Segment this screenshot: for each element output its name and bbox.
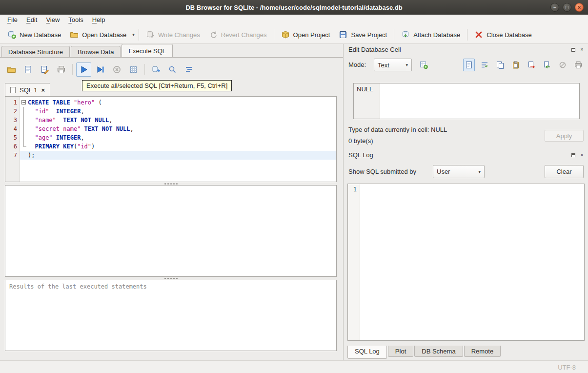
sql-code-editor[interactable]: 1 2 3 4 5 6 7 CREATE TABLE "hero" ( "id"… <box>5 96 337 182</box>
tab-database-structure[interactable]: Database Structure <box>1 46 70 57</box>
print-cell-button[interactable] <box>572 59 584 71</box>
export-cell-button[interactable] <box>526 59 537 71</box>
log-filter-combobox[interactable]: User ▾ <box>433 165 485 178</box>
code-line: "id" INTEGER, <box>20 107 336 116</box>
auto-switch-mode-button[interactable] <box>417 59 430 71</box>
sql-toolbar <box>4 62 197 77</box>
paste-icon[interactable] <box>510 59 522 71</box>
code-line: "secret_name" TEXT NOT NULL, <box>20 124 336 133</box>
close-icon[interactable]: × <box>575 3 584 12</box>
chevron-down-icon: ▾ <box>478 169 481 174</box>
sql-document-tab-bar: SQL 1 × <box>5 83 50 96</box>
fold-margin <box>20 151 28 160</box>
tab-browse-data[interactable]: Browse Data <box>71 46 121 57</box>
sql-document-tab[interactable]: SQL 1 × <box>5 83 50 96</box>
menubar: File Edit View Tools Help <box>0 15 588 26</box>
log-line-number-gutter: 1 <box>348 184 360 340</box>
sql-log-area[interactable]: 1 <box>347 184 585 341</box>
line-number: 4 <box>5 124 17 133</box>
fold-margin <box>20 124 28 133</box>
log-text-area[interactable] <box>360 184 584 340</box>
save-sql-file-button[interactable] <box>20 62 36 77</box>
window-controls: − □ × <box>550 3 584 12</box>
open-project-button[interactable]: Open Project <box>277 28 335 41</box>
minimize-icon[interactable]: − <box>550 3 559 12</box>
line-number: 6 <box>5 142 17 151</box>
execution-log-panel[interactable]: Results of the last executed statements <box>5 280 337 351</box>
execute-sql-page: Execute all/selected SQL [Ctrl+Return, F… <box>0 57 343 360</box>
toolbar-separator <box>274 29 274 41</box>
code-line: "name" TEXT NOT NULL, <box>20 116 336 124</box>
new-database-icon <box>7 30 16 39</box>
sql-log-title: SQL Log <box>348 151 373 159</box>
sql-document-icon <box>10 87 16 93</box>
results-grid-panel[interactable] <box>5 185 337 277</box>
attach-database-icon <box>401 30 410 39</box>
tab-remote[interactable]: Remote <box>464 346 501 357</box>
export-sql-button[interactable] <box>148 62 163 77</box>
tab-plot[interactable]: Plot <box>388 346 413 357</box>
fold-margin <box>20 116 28 124</box>
save-project-icon <box>339 30 347 39</box>
save-project-button[interactable]: Save Project <box>334 28 391 41</box>
fold-margin <box>20 142 28 151</box>
tab-db-schema[interactable]: DB Schema <box>414 346 463 357</box>
maximize-icon[interactable]: □ <box>563 3 571 12</box>
stop-execution-button <box>109 62 124 77</box>
execute-all-button[interactable] <box>76 62 91 77</box>
toolbar-separator <box>467 29 467 41</box>
format-sql-button[interactable] <box>182 62 197 77</box>
open-database-dropdown-icon[interactable]: ▾ <box>131 30 136 40</box>
line-number: 3 <box>5 116 17 124</box>
mode-combobox[interactable]: Text ▾ <box>374 59 412 71</box>
tooltip: Execute all/selected SQL [Ctrl+Return, F… <box>82 80 232 91</box>
save-results-button[interactable] <box>126 62 141 77</box>
find-replace-button[interactable] <box>165 62 180 77</box>
attach-database-button[interactable]: Attach Database <box>397 28 465 41</box>
fold-margin <box>20 133 28 142</box>
word-wrap-button[interactable] <box>479 59 490 71</box>
menu-edit[interactable]: Edit <box>22 15 41 26</box>
text-mode-button[interactable] <box>463 59 475 71</box>
code-area[interactable]: CREATE TABLE "hero" ( "id" INTEGER, "nam… <box>20 97 336 182</box>
cell-editor-text-area[interactable] <box>380 83 579 119</box>
close-database-icon <box>474 30 483 39</box>
import-cell-button[interactable] <box>541 59 553 71</box>
write-changes-icon <box>146 30 155 39</box>
cell-size-info: 0 byte(s) <box>348 137 373 145</box>
tab-execute-sql[interactable]: Execute SQL <box>122 44 173 57</box>
line-number: 5 <box>5 133 17 142</box>
float-panel-icon[interactable] <box>570 46 576 53</box>
edit-cell-toolbar: Mode: Text ▾ <box>344 57 588 73</box>
open-database-icon <box>70 30 79 39</box>
sql-log-controls: Show SQL submitted by User ▾ Clear <box>344 164 588 180</box>
clear-log-button[interactable]: Clear <box>545 165 584 178</box>
encoding-indicator: UTF-8 <box>558 364 576 371</box>
cell-type-info: Type of data currently in cell: NULL <box>348 126 447 133</box>
menu-file[interactable]: File <box>3 15 22 26</box>
tab-close-icon[interactable]: × <box>41 86 45 94</box>
print-sql-button[interactable] <box>54 62 69 77</box>
cell-value: NULL <box>357 85 373 93</box>
execute-line-button[interactable] <box>93 62 108 77</box>
menu-help[interactable]: Help <box>88 15 110 26</box>
mode-value: Text <box>378 62 389 69</box>
fold-margin <box>20 107 28 116</box>
open-database-button[interactable]: Open Database <box>65 28 131 41</box>
close-database-button[interactable]: Close Database <box>470 28 536 41</box>
log-line-number: 1 <box>353 186 357 193</box>
close-panel-icon[interactable]: × <box>579 46 585 53</box>
close-panel-icon[interactable]: × <box>579 152 585 158</box>
copy-icon[interactable] <box>494 59 506 71</box>
fold-marker-icon[interactable] <box>20 98 28 107</box>
tab-sql-log[interactable]: SQL Log <box>347 346 387 359</box>
new-database-button[interactable]: New Database <box>3 28 65 41</box>
save-sql-as-button[interactable] <box>37 62 52 77</box>
chevron-down-icon: ▾ <box>406 62 408 67</box>
cell-value-editor[interactable]: NULL <box>353 83 580 119</box>
float-panel-icon[interactable] <box>570 152 576 158</box>
cell-editor-gutter: NULL <box>354 83 380 119</box>
menu-view[interactable]: View <box>41 15 64 26</box>
open-sql-file-button[interactable] <box>4 62 19 77</box>
menu-tools[interactable]: Tools <box>64 15 87 26</box>
